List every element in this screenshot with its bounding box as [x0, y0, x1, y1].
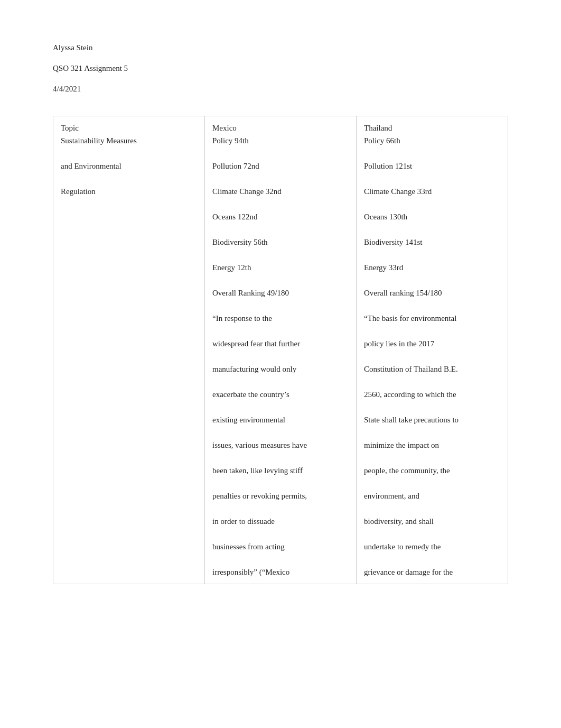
- topic-content: Topic Sustainability Measures and Enviro…: [61, 122, 197, 198]
- comparison-table: Topic Sustainability Measures and Enviro…: [53, 116, 508, 584]
- mexico-cell: Mexico Policy 94th Pollution 72nd Climat…: [205, 116, 357, 584]
- thailand-cell: Thailand Policy 66th Pollution 121st Cli…: [357, 116, 508, 584]
- author-text: Alyssa Stein: [53, 43, 92, 52]
- mexico-content: Mexico Policy 94th Pollution 72nd Climat…: [212, 122, 349, 578]
- table-wrapper: Topic Sustainability Measures and Enviro…: [53, 116, 508, 584]
- course-text: QSO 321 Assignment 5: [53, 64, 128, 72]
- table-row: Topic Sustainability Measures and Enviro…: [53, 116, 508, 584]
- date-text: 4/4/2021: [53, 85, 81, 93]
- course-line: QSO 321 Assignment 5: [53, 63, 508, 74]
- thailand-content: Thailand Policy 66th Pollution 121st Cli…: [364, 122, 500, 578]
- table-body: Topic Sustainability Measures and Enviro…: [53, 116, 508, 584]
- date-line: 4/4/2021: [53, 84, 508, 95]
- author-line: Alyssa Stein: [53, 42, 508, 53]
- topic-cell: Topic Sustainability Measures and Enviro…: [53, 116, 205, 584]
- header-section: Alyssa Stein QSO 321 Assignment 5 4/4/20…: [53, 42, 508, 95]
